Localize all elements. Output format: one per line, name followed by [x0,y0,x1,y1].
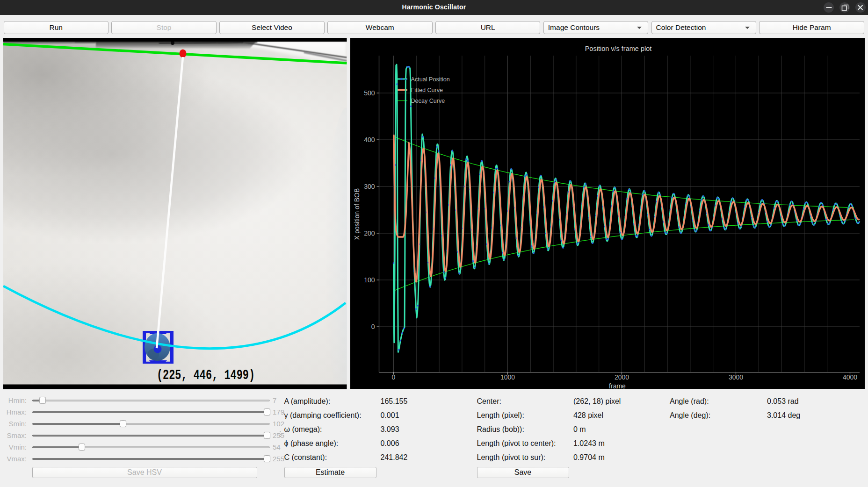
svg-text:200: 200 [364,229,375,237]
svg-text:(225, 446, 1499): (225, 446, 1499) [157,368,255,383]
svg-text:300: 300 [364,183,375,190]
svg-text:2000: 2000 [615,373,629,381]
svg-text:0: 0 [392,373,396,381]
svg-text:400: 400 [364,136,375,143]
svg-text:500: 500 [364,89,375,97]
svg-text:100: 100 [364,276,375,284]
svg-text:0: 0 [371,323,375,330]
svg-text:4000: 4000 [843,373,857,381]
svg-text:Position v/s frame plot: Position v/s frame plot [585,45,652,52]
svg-text:Fitted Curve: Fitted Curve [411,87,443,93]
svg-text:frame: frame [609,382,626,389]
svg-text:Actual Position: Actual Position [411,76,450,83]
svg-text:X position of BOB: X position of BOB [353,188,361,240]
svg-text:1000: 1000 [500,373,515,381]
svg-text:3000: 3000 [729,373,743,381]
svg-text:Decay Curve: Decay Curve [411,98,445,104]
